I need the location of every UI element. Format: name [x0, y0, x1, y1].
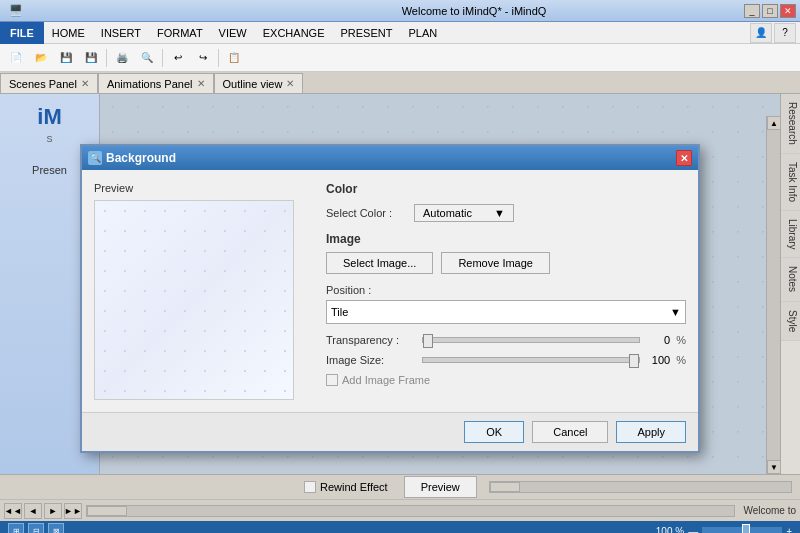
- position-label: Position :: [326, 284, 686, 296]
- tab-animations-close[interactable]: ✕: [197, 78, 205, 89]
- toolbar-sep3: [218, 49, 219, 67]
- ok-button[interactable]: OK: [464, 421, 524, 443]
- user-icon-btn[interactable]: 👤: [750, 23, 772, 43]
- nav-first-btn[interactable]: ◄◄: [4, 503, 22, 519]
- format-menu[interactable]: FORMAT: [149, 22, 211, 44]
- zoom-label: 100 %: [656, 526, 684, 534]
- dialog-close-button[interactable]: ✕: [676, 150, 692, 166]
- nav-next-btn[interactable]: ►: [44, 503, 62, 519]
- save-btn[interactable]: 💾: [54, 47, 78, 69]
- rewind-checkbox[interactable]: [304, 481, 316, 493]
- transparency-value: 0: [646, 334, 670, 346]
- status-icon-3[interactable]: ⊠: [48, 523, 64, 533]
- new-btn[interactable]: 📄: [4, 47, 28, 69]
- preview-button[interactable]: Preview: [404, 476, 477, 498]
- dialog-overlay: 🔍 Background ✕ Preview Color: [0, 94, 800, 474]
- tab-outline-view[interactable]: Outline view ✕: [214, 73, 304, 93]
- tab-animations-label: Animations Panel: [107, 78, 193, 90]
- title-icon: 🖥️: [4, 0, 28, 22]
- save-as-btn[interactable]: 💾: [79, 47, 103, 69]
- dialog-titlebar: 🔍 Background ✕: [82, 146, 698, 170]
- nav-scroll-track[interactable]: [86, 505, 735, 517]
- dialog-body: Preview Color Select Color : Automatic ▼: [82, 170, 698, 412]
- zoom-slider[interactable]: [702, 527, 782, 533]
- dialog-footer: OK Cancel Apply: [82, 412, 698, 451]
- color-select-arrow: ▼: [494, 207, 505, 219]
- nav-prev-btn[interactable]: ◄: [24, 503, 42, 519]
- image-size-label: Image Size:: [326, 354, 416, 366]
- open-btn[interactable]: 📂: [29, 47, 53, 69]
- file-menu[interactable]: FILE: [0, 22, 44, 44]
- image-buttons-row: Select Image... Remove Image: [326, 252, 686, 274]
- preview-dots: [95, 201, 293, 399]
- print-btn[interactable]: 🖨️: [110, 47, 134, 69]
- tab-scenes-close[interactable]: ✕: [81, 78, 89, 89]
- transparency-label: Transparency :: [326, 334, 416, 346]
- nav-last-btn[interactable]: ►►: [64, 503, 82, 519]
- horiz-scroll-thumb[interactable]: [490, 482, 520, 492]
- cancel-button[interactable]: Cancel: [532, 421, 608, 443]
- redo-btn[interactable]: ↪: [191, 47, 215, 69]
- title-controls: _ □ ✕: [744, 4, 796, 18]
- bottom-nav: ◄◄ ◄ ► ►► Welcome to: [0, 499, 800, 521]
- background-dialog: 🔍 Background ✕ Preview Color: [80, 144, 700, 453]
- tab-scenes-panel[interactable]: Scenes Panel ✕: [0, 73, 98, 93]
- menu-bar: FILE HOME INSERT FORMAT VIEW EXCHANGE PR…: [0, 22, 800, 44]
- position-value: Tile: [331, 306, 348, 318]
- research-tab[interactable]: Research: [781, 94, 800, 154]
- transparency-unit: %: [676, 334, 686, 346]
- library-tab[interactable]: Library: [781, 211, 800, 259]
- preview-label: Preview: [94, 182, 314, 194]
- scroll-up-btn[interactable]: ▲: [767, 116, 781, 130]
- transparency-row: Transparency : 0 %: [326, 334, 686, 346]
- present-menu[interactable]: PRESENT: [332, 22, 400, 44]
- misc-btn[interactable]: 📋: [222, 47, 246, 69]
- status-icons: ⊞ ⊟ ⊠: [8, 523, 64, 533]
- search-btn[interactable]: 🔍: [135, 47, 159, 69]
- undo-btn[interactable]: ↩: [166, 47, 190, 69]
- status-icon-1[interactable]: ⊞: [8, 523, 24, 533]
- insert-menu[interactable]: INSERT: [93, 22, 149, 44]
- transparency-slider[interactable]: [422, 337, 640, 343]
- tab-outline-close[interactable]: ✕: [286, 78, 294, 89]
- color-select-dropdown[interactable]: Automatic ▼: [414, 204, 514, 222]
- nav-scroll-thumb[interactable]: [87, 506, 127, 516]
- minimize-button[interactable]: _: [744, 4, 760, 18]
- image-size-thumb[interactable]: [629, 354, 639, 368]
- add-frame-label: Add Image Frame: [342, 374, 430, 386]
- maximize-button[interactable]: □: [762, 4, 778, 18]
- close-button[interactable]: ✕: [780, 4, 796, 18]
- rewind-row: Rewind Effect: [304, 481, 388, 493]
- image-size-slider[interactable]: [422, 357, 640, 363]
- status-icon-2[interactable]: ⊟: [28, 523, 44, 533]
- presen-label: Presen: [32, 164, 67, 176]
- help-icon-btn[interactable]: ?: [774, 23, 796, 43]
- add-frame-row: Add Image Frame: [326, 374, 686, 386]
- view-menu[interactable]: VIEW: [211, 22, 255, 44]
- horiz-scroll-track[interactable]: [489, 481, 792, 493]
- style-tab[interactable]: Style: [781, 302, 800, 341]
- image-size-unit: %: [676, 354, 686, 366]
- home-menu[interactable]: HOME: [44, 22, 93, 44]
- task-info-tab[interactable]: Task Info: [781, 154, 800, 211]
- select-image-button[interactable]: Select Image...: [326, 252, 433, 274]
- toolbar-sep2: [162, 49, 163, 67]
- remove-image-button[interactable]: Remove Image: [441, 252, 550, 274]
- notes-tab[interactable]: Notes: [781, 258, 800, 301]
- zoom-minus[interactable]: —: [688, 526, 698, 534]
- transparency-thumb[interactable]: [423, 334, 433, 348]
- zoom-area: 100 % — +: [656, 526, 792, 534]
- right-panel: Research Task Info Library Notes Style: [780, 94, 800, 474]
- apply-button[interactable]: Apply: [616, 421, 686, 443]
- zoom-thumb[interactable]: [742, 524, 750, 533]
- scroll-track[interactable]: [767, 130, 780, 460]
- rewind-label: Rewind Effect: [320, 481, 388, 493]
- exchange-menu[interactable]: EXCHANGE: [255, 22, 333, 44]
- bottom-area: Rewind Effect Preview ◄◄ ◄ ► ►► Welcome …: [0, 474, 800, 533]
- tab-animations-panel[interactable]: Animations Panel ✕: [98, 73, 214, 93]
- zoom-plus[interactable]: +: [786, 526, 792, 534]
- position-dropdown[interactable]: Tile ▼: [326, 300, 686, 324]
- add-frame-checkbox[interactable]: [326, 374, 338, 386]
- scroll-down-btn[interactable]: ▼: [767, 460, 781, 474]
- plan-menu[interactable]: PLAN: [400, 22, 445, 44]
